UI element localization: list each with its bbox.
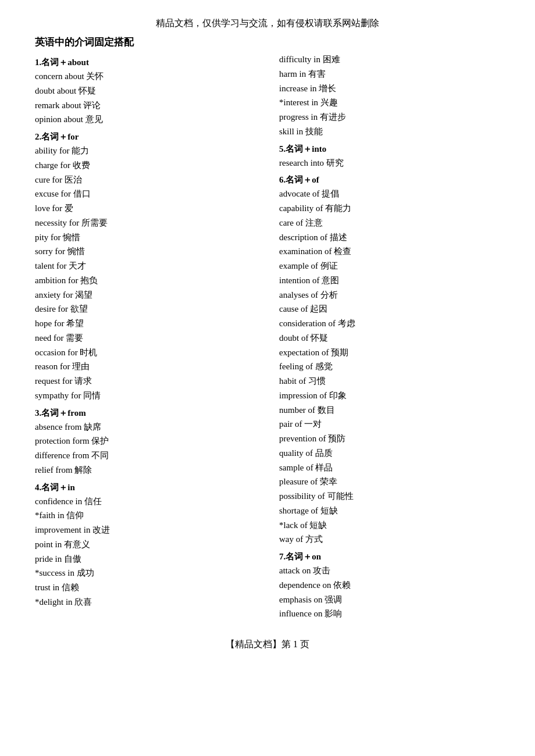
list-item: hope for 希望 bbox=[35, 316, 256, 331]
list-item: protection form 保护 bbox=[35, 434, 256, 448]
list-item: feeling of 感觉 bbox=[279, 359, 500, 374]
section-heading: 2.名词＋for bbox=[35, 131, 256, 142]
list-item: difficulty in 困难 bbox=[279, 52, 500, 67]
list-item: habit of 习惯 bbox=[279, 374, 500, 388]
list-item: expectation of 预期 bbox=[279, 345, 500, 360]
section-heading: 4.名词＋in bbox=[35, 482, 256, 493]
list-item: progress in 有进步 bbox=[279, 110, 500, 124]
list-item: emphasis on 强调 bbox=[279, 593, 500, 607]
list-item: *faith in 信仰 bbox=[35, 508, 256, 523]
list-item: capability of 有能力 bbox=[279, 201, 500, 216]
list-item: sample of 样品 bbox=[279, 461, 500, 475]
footer-notice: 【精品文档】第 1 页 bbox=[35, 639, 500, 651]
list-item: sorry for 惋惜 bbox=[35, 244, 256, 259]
list-item: doubt about 怀疑 bbox=[35, 84, 256, 98]
list-item: cause of 起因 bbox=[279, 302, 500, 316]
list-item: *success in 成功 bbox=[35, 566, 256, 580]
list-item: point in 有意义 bbox=[35, 537, 256, 552]
list-item: increase in 增长 bbox=[279, 81, 500, 96]
list-item: advocate of 提倡 bbox=[279, 187, 500, 201]
list-item: *lack of 短缺 bbox=[279, 518, 500, 533]
list-item: desire for 欲望 bbox=[35, 302, 256, 316]
list-item: opinion about 意见 bbox=[35, 112, 256, 127]
list-item: intention of 意图 bbox=[279, 273, 500, 288]
list-item: pity for 惋惜 bbox=[35, 230, 256, 245]
list-item: talent for 天才 bbox=[35, 259, 256, 273]
list-item: quality of 品质 bbox=[279, 446, 500, 461]
list-item: care of 注意 bbox=[279, 216, 500, 230]
list-item: reason for 理由 bbox=[35, 359, 256, 374]
list-item: love for 爱 bbox=[35, 201, 256, 216]
header-notice: 精品文档，仅供学习与交流，如有侵权请联系网站删除 bbox=[35, 17, 500, 30]
list-item: trust in 信赖 bbox=[35, 580, 256, 595]
list-item: shortage of 短缺 bbox=[279, 504, 500, 518]
list-item: *delight in 欣喜 bbox=[35, 595, 256, 609]
list-item: impression of 印象 bbox=[279, 388, 500, 403]
list-item: relief from 解除 bbox=[35, 463, 256, 477]
list-item: research into 研究 bbox=[279, 156, 500, 170]
list-item: request for 请求 bbox=[35, 374, 256, 388]
list-item: influence on 影响 bbox=[279, 607, 500, 621]
list-item: need for 需要 bbox=[35, 331, 256, 345]
list-item: occasion for 时机 bbox=[35, 345, 256, 360]
list-item: possibility of 可能性 bbox=[279, 489, 500, 504]
list-item: concern about 关怀 bbox=[35, 69, 256, 84]
list-item: consideration of 考虑 bbox=[279, 316, 500, 331]
list-item: cure for 医治 bbox=[35, 173, 256, 187]
list-item: harm in 有害 bbox=[279, 67, 500, 81]
list-item: attack on 攻击 bbox=[279, 564, 500, 578]
list-item: *interest in 兴趣 bbox=[279, 95, 500, 110]
left-column: 1.名词＋aboutconcern about 关怀doubt about 怀疑… bbox=[35, 52, 268, 621]
list-item: way of 方式 bbox=[279, 532, 500, 547]
section-heading: 1.名词＋about bbox=[35, 57, 256, 68]
list-item: confidence in 信任 bbox=[35, 494, 256, 509]
list-item: pair of 一对 bbox=[279, 417, 500, 432]
list-item: sympathy for 同情 bbox=[35, 388, 256, 403]
list-item: pride in 自傲 bbox=[35, 552, 256, 566]
list-item: pleasure of 荣幸 bbox=[279, 475, 500, 489]
list-item: skill in 技能 bbox=[279, 124, 500, 139]
list-item: dependence on 依赖 bbox=[279, 578, 500, 593]
list-item: examination of 检查 bbox=[279, 244, 500, 259]
list-item: difference from 不同 bbox=[35, 448, 256, 463]
list-item: improvement in 改进 bbox=[35, 523, 256, 537]
section-heading: 6.名词＋of bbox=[279, 174, 500, 186]
list-item: excuse for 借口 bbox=[35, 187, 256, 201]
right-column: difficulty in 困难harm in 有害increase in 增长… bbox=[268, 52, 500, 621]
list-item: anxiety for 渴望 bbox=[35, 288, 256, 302]
list-item: description of 描述 bbox=[279, 230, 500, 245]
list-item: number of 数目 bbox=[279, 403, 500, 418]
list-item: example of 例证 bbox=[279, 259, 500, 273]
list-item: prevention of 预防 bbox=[279, 432, 500, 446]
list-item: ambition for 抱负 bbox=[35, 273, 256, 288]
section-heading: 3.名词＋from bbox=[35, 408, 256, 419]
list-item: ability for 能力 bbox=[35, 144, 256, 158]
section-heading: 5.名词＋into bbox=[279, 144, 500, 155]
main-title: 英语中的介词固定搭配 bbox=[35, 35, 500, 49]
section-heading: 7.名词＋on bbox=[279, 551, 500, 562]
list-item: absence from 缺席 bbox=[35, 420, 256, 434]
list-item: doubt of 怀疑 bbox=[279, 331, 500, 345]
list-item: analyses of 分析 bbox=[279, 288, 500, 302]
list-item: necessity for 所需要 bbox=[35, 216, 256, 230]
list-item: charge for 收费 bbox=[35, 158, 256, 173]
list-item: remark about 评论 bbox=[35, 98, 256, 113]
